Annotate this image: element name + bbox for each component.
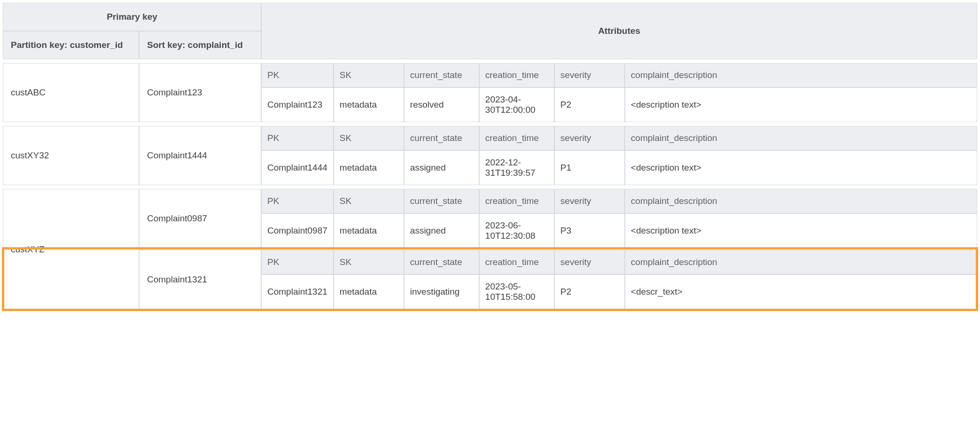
table-row: custXYZ Complaint0987 PK SK current_stat… — [3, 189, 977, 213]
creation-time-value: 2023-04-30T12:00:00 — [479, 87, 554, 122]
sk-value: metadata — [334, 213, 404, 248]
attr-col-creation-time: creation_time — [479, 189, 554, 213]
current-state-value: assigned — [404, 213, 479, 248]
table-row: custABC Complaint123 PK SK current_state… — [3, 63, 977, 87]
attr-col-sk: SK — [334, 63, 404, 87]
description-value: <description text> — [625, 150, 977, 185]
partition-key-cell: custXY32 — [3, 126, 139, 185]
attr-col-severity: severity — [554, 250, 625, 274]
description-value: <descr_text> — [625, 274, 977, 309]
attr-col-current-state: current_state — [404, 126, 479, 150]
creation-time-value: 2023-05-10T15:58:00 — [479, 274, 554, 309]
attr-col-severity: severity — [554, 189, 625, 213]
severity-value: P1 — [554, 150, 625, 185]
attr-col-pk: PK — [261, 63, 334, 87]
attr-col-pk: PK — [261, 189, 334, 213]
attr-col-description: complaint_description — [625, 189, 977, 213]
pk-value: Complaint0987 — [261, 213, 334, 248]
current-state-value: resolved — [404, 87, 479, 122]
attr-col-creation-time: creation_time — [479, 63, 554, 87]
severity-value: P3 — [554, 213, 625, 248]
primary-key-header: Primary key — [3, 3, 261, 31]
attr-col-description: complaint_description — [625, 63, 977, 87]
table-header-row: Primary key Attributes — [3, 3, 977, 31]
pk-value: Complaint1321 — [261, 274, 334, 309]
attr-col-pk: PK — [261, 250, 334, 274]
current-state-value: assigned — [404, 150, 479, 185]
sk-value: metadata — [334, 150, 404, 185]
attr-col-severity: severity — [554, 63, 625, 87]
dynamodb-table-diagram: Primary key Attributes Partition key: cu… — [3, 3, 977, 309]
attr-col-sk: SK — [334, 250, 404, 274]
sort-key-cell: Complaint123 — [139, 63, 261, 122]
sk-value: metadata — [334, 274, 404, 309]
attr-col-sk: SK — [334, 126, 404, 150]
severity-value: P2 — [554, 87, 625, 122]
sk-value: metadata — [334, 87, 404, 122]
current-state-value: investigating — [404, 274, 479, 309]
sort-key-cell: Complaint1321 — [139, 250, 261, 309]
attr-col-pk: PK — [261, 126, 334, 150]
severity-value: P2 — [554, 274, 625, 309]
pk-value: Complaint123 — [261, 87, 334, 122]
sort-key-cell: Complaint1444 — [139, 126, 261, 185]
attr-col-current-state: current_state — [404, 63, 479, 87]
description-value: <description text> — [625, 213, 977, 248]
creation-time-value: 2023-06-10T12:30:08 — [479, 213, 554, 248]
attr-col-creation-time: creation_time — [479, 250, 554, 274]
pk-value: Complaint1444 — [261, 150, 334, 185]
attr-col-current-state: current_state — [404, 250, 479, 274]
attr-col-description: complaint_description — [625, 126, 977, 150]
attributes-header: Attributes — [261, 3, 977, 59]
attr-col-creation-time: creation_time — [479, 126, 554, 150]
attr-col-sk: SK — [334, 189, 404, 213]
partition-key-header: Partition key: customer_id — [3, 31, 139, 59]
schema-table: Primary key Attributes Partition key: cu… — [3, 3, 977, 309]
sort-key-header: Sort key: complaint_id — [139, 31, 261, 59]
attr-col-severity: severity — [554, 126, 625, 150]
attr-col-description: complaint_description — [625, 250, 977, 274]
table-row: Complaint1321 PK SK current_state creati… — [3, 250, 977, 274]
description-value: <description text> — [625, 87, 977, 122]
attr-col-current-state: current_state — [404, 189, 479, 213]
sort-key-cell: Complaint0987 — [139, 189, 261, 248]
table-row: custXY32 Complaint1444 PK SK current_sta… — [3, 126, 977, 150]
partition-key-cell: custXYZ — [3, 189, 139, 309]
partition-key-cell: custABC — [3, 63, 139, 122]
creation-time-value: 2022-12-31T19:39:57 — [479, 150, 554, 185]
